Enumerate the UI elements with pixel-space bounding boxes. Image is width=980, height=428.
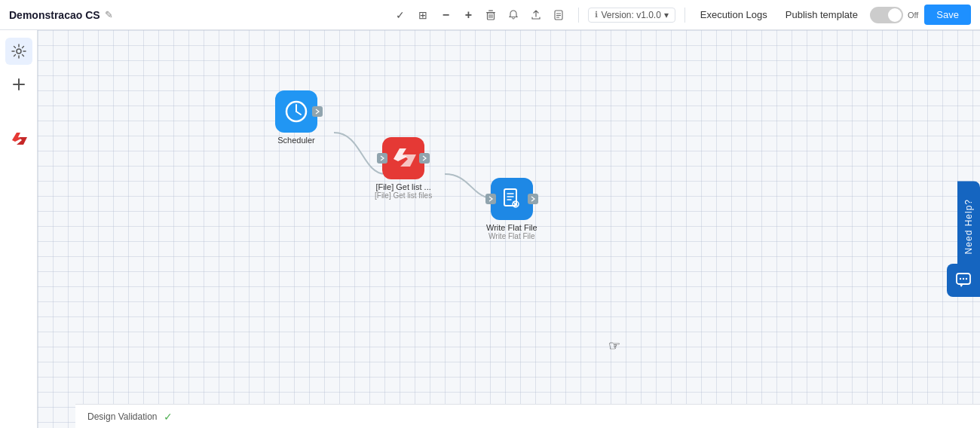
azure-input-connector[interactable] (377, 153, 387, 164)
toggle-label: Off (908, 11, 918, 20)
flatfile-label: Write Flat File (486, 223, 537, 232)
save-button[interactable]: Save (924, 5, 971, 25)
version-chevron-icon: ▾ (664, 10, 669, 20)
edit-title-icon[interactable]: ✎ (105, 9, 113, 20)
version-badge[interactable]: ℹ Version: v1.0.0 ▾ (588, 8, 675, 23)
add-sidebar-button[interactable] (5, 71, 32, 98)
left-sidebar (0, 30, 38, 428)
version-label: Version: v1.0.0 (601, 10, 660, 20)
zoom-in-button[interactable]: + (458, 5, 479, 26)
enable-toggle[interactable] (870, 7, 903, 23)
flatfile-input-connector[interactable] (485, 194, 496, 204)
cursor: ☞ (608, 338, 620, 354)
flatfile-output-connector[interactable] (528, 194, 538, 204)
validation-check-icon: ✓ (164, 411, 173, 423)
main-area: Scheduler [File] Get list ... [Fi (0, 30, 980, 428)
check-button[interactable]: ✓ (390, 5, 411, 26)
design-validation-label: Design Validation (87, 411, 158, 422)
scheduler-node[interactable]: Scheduler (275, 90, 317, 145)
publish-template-button[interactable]: Publish template (779, 6, 864, 23)
svg-line-15 (296, 112, 301, 115)
flat-file-node[interactable]: Write Flat File Write Flat File (486, 178, 537, 240)
toggle-container: Off (870, 7, 918, 23)
tools-sidebar-button[interactable] (5, 38, 32, 65)
azure-sidebar-button[interactable] (5, 125, 32, 152)
azure-node-box[interactable] (382, 137, 424, 179)
azure-sublabel: [File] Get list files (375, 191, 432, 200)
svg-point-23 (963, 278, 964, 280)
title-section: Demonstracao CS ✎ (9, 9, 384, 21)
bell-button[interactable] (503, 5, 524, 26)
scheduler-label: Scheduler (277, 136, 315, 145)
bottom-status-bar: Design Validation ✓ (75, 404, 980, 428)
toolbar-separator (578, 8, 579, 23)
grid-button[interactable]: ⊞ (412, 5, 433, 26)
file-button[interactable] (548, 5, 569, 26)
azure-file-node[interactable]: [File] Get list ... [File] Get list file… (375, 137, 432, 200)
toolbar-separator-2 (684, 8, 685, 23)
top-toolbar: Demonstracao CS ✎ ✓ ⊞ − + (0, 0, 980, 30)
scheduler-output-connector[interactable] (312, 106, 323, 117)
execution-logs-button[interactable]: Execution Logs (694, 6, 773, 23)
azure-label: [File] Get list ... (375, 182, 430, 191)
toggle-knob (888, 8, 902, 22)
chat-button[interactable] (947, 264, 980, 297)
help-panel: Need Help? (957, 181, 980, 272)
upload-button[interactable] (525, 5, 547, 26)
page-title: Demonstracao CS (9, 9, 100, 21)
zoom-out-button[interactable]: − (435, 5, 456, 26)
toolbar-group: ✓ ⊞ − + (390, 5, 569, 26)
flow-canvas[interactable]: Scheduler [File] Get list ... [Fi (38, 30, 980, 428)
info-icon: ℹ (595, 10, 598, 20)
delete-button[interactable] (480, 5, 501, 26)
flatfile-sublabel: Write Flat File (488, 232, 535, 240)
svg-point-10 (17, 49, 21, 54)
need-help-tab[interactable]: Need Help? (957, 181, 980, 272)
svg-point-22 (960, 278, 961, 280)
scheduler-node-box[interactable] (275, 90, 317, 133)
svg-point-24 (966, 278, 967, 280)
flatfile-node-box[interactable] (491, 178, 533, 220)
svg-rect-1 (488, 10, 493, 11)
azure-output-connector[interactable] (419, 153, 430, 164)
